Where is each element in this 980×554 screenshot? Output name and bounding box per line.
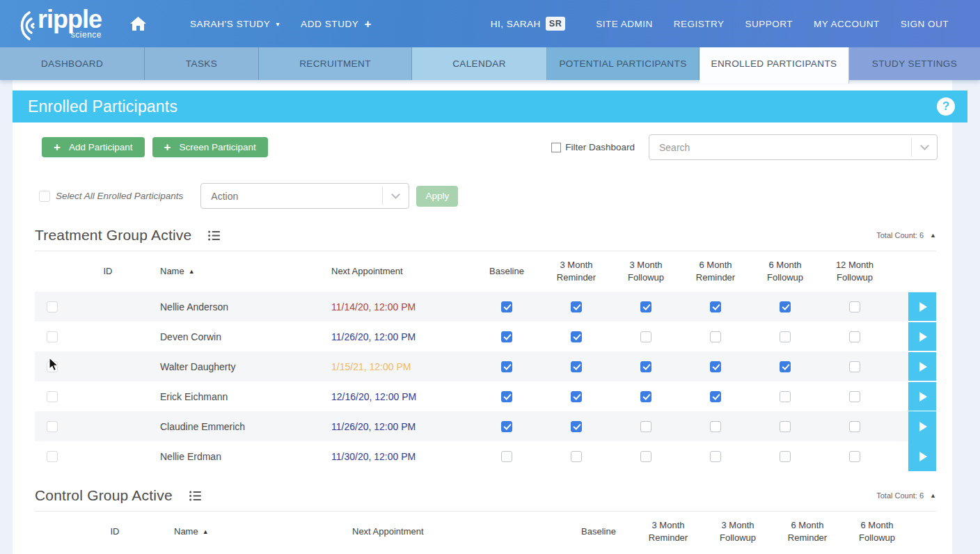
milestone-checkbox-6-month-followup[interactable] [780, 361, 791, 372]
tab-recruitment[interactable]: RECRUITMENT [259, 47, 412, 80]
list-icon[interactable] [208, 230, 220, 241]
row-select-checkbox[interactable] [47, 361, 58, 372]
table-header-row: IDName▲Next AppointmentBaseline3 Month R… [35, 251, 936, 292]
milestone-checkbox-12-month-followup[interactable] [849, 391, 860, 402]
column-header-baseline: Baseline [472, 265, 542, 278]
milestone-checkbox-baseline[interactable] [501, 301, 512, 312]
milestone-checkbox-3-month-followup[interactable] [640, 391, 651, 402]
help-icon[interactable]: ? [937, 97, 955, 116]
milestone-checkbox-6-month-reminder[interactable] [710, 361, 721, 372]
play-icon [919, 392, 927, 402]
milestone-checkbox-3-month-reminder[interactable] [571, 301, 582, 312]
screen-participant-button[interactable]: + Screen Participant [152, 137, 268, 157]
brand-name: ripple [38, 6, 102, 33]
milestone-checkbox-baseline[interactable] [501, 391, 512, 402]
milestone-checkbox-6-month-reminder[interactable] [710, 451, 721, 462]
expand-row-button[interactable] [908, 441, 936, 471]
select-all-checkbox[interactable] [39, 191, 50, 202]
brand-logo[interactable]: ripple science [15, 6, 102, 41]
collapse-up-icon[interactable]: ▲ [930, 232, 936, 239]
nav-link-registry[interactable]: REGISTRY [674, 19, 725, 29]
expand-row-button[interactable] [908, 322, 936, 351]
tab-enrolled-participants[interactable]: ENROLLED PARTICIPANTS [700, 47, 849, 84]
milestone-checkbox-6-month-reminder[interactable] [710, 301, 721, 312]
home-icon[interactable] [129, 16, 147, 31]
milestone-checkbox-baseline[interactable] [501, 331, 512, 342]
apply-button[interactable]: Apply [416, 186, 458, 207]
column-header-12-month-followup: 12 Month Followup [820, 259, 890, 283]
caret-down-icon: ▾ [276, 20, 280, 28]
tab-study-settings[interactable]: STUDY SETTINGS [849, 47, 980, 80]
milestone-checkbox-3-month-reminder[interactable] [571, 421, 582, 432]
milestone-checkbox-3-month-followup[interactable] [640, 301, 651, 312]
milestone-checkbox-baseline[interactable] [501, 361, 512, 372]
milestone-checkbox-3-month-followup[interactable] [640, 361, 651, 372]
tab-potential-participants[interactable]: POTENTIAL PARTICIPANTS [547, 47, 700, 80]
action-select-toggle[interactable] [382, 187, 409, 205]
play-icon [919, 362, 927, 372]
play-icon [919, 422, 927, 432]
tab-tasks[interactable]: TASKS [145, 47, 259, 80]
row-select-checkbox[interactable] [47, 421, 58, 432]
tab-calendar[interactable]: CALENDAR [412, 47, 547, 80]
tab-dashboard[interactable]: DASHBOARD [0, 47, 145, 80]
nav-link-my-account[interactable]: MY ACCOUNT [814, 19, 880, 29]
user-initials-badge[interactable]: SR [546, 17, 565, 31]
expand-row-button[interactable] [908, 382, 936, 411]
cell-participant-name: Claudine Emmerich [146, 421, 313, 432]
filter-dashboard-checkbox[interactable] [551, 143, 561, 152]
milestone-checkbox-6-month-followup[interactable] [780, 391, 791, 402]
group-section-treatment-group-active: Treatment Group ActiveTotal Count: 6▲IDN… [35, 227, 936, 471]
milestone-checkbox-6-month-followup[interactable] [780, 451, 791, 462]
add-study-label: ADD STUDY [301, 19, 358, 29]
milestone-checkbox-6-month-followup[interactable] [780, 301, 791, 312]
expand-row-button[interactable] [908, 352, 936, 381]
add-study-button[interactable]: ADD STUDY + [301, 19, 372, 29]
row-select-checkbox[interactable] [47, 331, 58, 342]
row-select-checkbox[interactable] [47, 391, 58, 402]
plus-icon: + [164, 141, 171, 153]
column-header-name[interactable]: Name▲ [160, 525, 334, 538]
milestone-checkbox-12-month-followup[interactable] [849, 361, 860, 372]
column-header-3-month-reminder: 3 Month Reminder [633, 519, 703, 544]
row-select-checkbox[interactable] [47, 301, 58, 312]
nav-link-sign-out[interactable]: SIGN OUT [901, 19, 949, 29]
milestone-checkbox-3-month-reminder[interactable] [571, 391, 582, 402]
milestone-checkbox-12-month-followup[interactable] [849, 301, 860, 312]
content-card: + Add Participant + Screen Participant F… [13, 80, 952, 554]
milestone-checkbox-baseline[interactable] [501, 451, 512, 462]
study-selector-label: SARAH'S STUDY [190, 19, 270, 29]
list-icon[interactable] [189, 491, 201, 501]
row-select-checkbox[interactable] [47, 451, 58, 462]
column-header-name[interactable]: Name▲ [146, 265, 313, 278]
nav-link-site-admin[interactable]: SITE ADMIN [596, 19, 653, 29]
milestone-checkbox-12-month-followup[interactable] [849, 331, 860, 342]
cell-next-appointment: 11/26/20, 12:00 PM [313, 421, 472, 432]
search-input[interactable] [649, 134, 938, 160]
table-header-row: IDName▲Next AppointmentBaseline3 Month R… [35, 512, 936, 552]
milestone-checkbox-6-month-reminder[interactable] [710, 331, 721, 342]
sort-ascending-icon: ▲ [203, 528, 209, 536]
milestone-checkbox-3-month-followup[interactable] [640, 451, 651, 462]
study-selector-dropdown[interactable]: SARAH'S STUDY ▾ [190, 19, 280, 29]
milestone-checkbox-6-month-followup[interactable] [780, 331, 791, 342]
collapse-up-icon[interactable]: ▲ [930, 492, 936, 499]
expand-row-button[interactable] [908, 292, 936, 321]
add-participant-button[interactable]: + Add Participant [42, 137, 145, 157]
search-dropdown-toggle[interactable] [911, 138, 938, 157]
milestone-checkbox-12-month-followup[interactable] [849, 421, 860, 432]
action-select[interactable]: Action [200, 183, 409, 209]
milestone-checkbox-6-month-followup[interactable] [780, 421, 791, 432]
milestone-checkbox-12-month-followup[interactable] [849, 451, 860, 462]
milestone-checkbox-3-month-reminder[interactable] [571, 451, 582, 462]
nav-link-support[interactable]: SUPPORT [745, 19, 793, 29]
milestone-checkbox-6-month-reminder[interactable] [710, 391, 721, 402]
milestone-checkbox-3-month-followup[interactable] [640, 421, 651, 432]
milestone-checkbox-3-month-reminder[interactable] [571, 361, 582, 372]
milestone-checkbox-baseline[interactable] [501, 421, 512, 432]
milestone-checkbox-6-month-reminder[interactable] [710, 421, 721, 432]
milestone-checkbox-3-month-reminder[interactable] [571, 331, 582, 342]
milestone-checkbox-3-month-followup[interactable] [640, 331, 651, 342]
page-header-bar: Enrolled Participants ? [13, 90, 967, 122]
expand-row-button[interactable] [908, 411, 936, 441]
